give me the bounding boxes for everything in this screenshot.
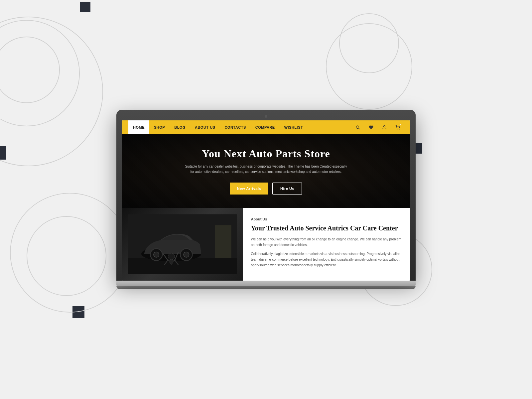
laptop-screen-frame: HOME SHOP BLOG ABOUT US CONTACTS COMPARE…: [116, 110, 416, 281]
svg-point-4: [399, 129, 399, 129]
deco-circle-4: [326, 23, 412, 110]
about-section: About Us Your Trusted Auto Service Autri…: [122, 208, 410, 281]
nav-item-compare[interactable]: COMPARE: [251, 120, 280, 134]
svg-rect-7: [215, 225, 231, 258]
svg-point-12: [184, 252, 189, 257]
deco-circle-6: [10, 193, 130, 313]
main-navigation: HOME SHOP BLOG ABOUT US CONTACTS COMPARE…: [122, 120, 410, 134]
about-title: Your Trusted Auto Service Autrics Car Ca…: [251, 224, 402, 232]
laptop-foot: [116, 286, 416, 289]
search-button[interactable]: [352, 121, 364, 133]
deco-circle-3: [0, 17, 103, 166]
nav-item-wishlist[interactable]: WISHLIST: [280, 120, 308, 134]
cart-button[interactable]: 9: [392, 121, 404, 133]
nav-item-home[interactable]: HOME: [128, 120, 149, 134]
about-content: About Us Your Trusted Auto Service Autri…: [243, 208, 410, 281]
deco-square-4: [72, 306, 84, 318]
hero-content: You Next Auto Parts Store Suitable for a…: [183, 148, 349, 195]
user-icon: [382, 125, 387, 130]
wishlist-button[interactable]: [365, 121, 377, 133]
hire-us-button[interactable]: Hire Us: [272, 183, 302, 195]
svg-point-3: [397, 129, 397, 129]
hero-section: You Next Auto Parts Store Suitable for a…: [122, 134, 410, 208]
laptop-mockup: HOME SHOP BLOG ABOUT US CONTACTS COMPARE…: [116, 110, 416, 289]
hero-buttons: New Arrivals Hire Us: [183, 183, 349, 195]
svg-point-2: [384, 126, 385, 127]
deco-square-1: [80, 2, 90, 12]
about-section-label: About Us: [251, 217, 402, 221]
hero-subtitle: Suitable for any car dealer websites, bu…: [183, 164, 349, 175]
svg-line-1: [359, 128, 360, 129]
deco-circle-1: [0, 20, 80, 126]
website-content: HOME SHOP BLOG ABOUT US CONTACTS COMPARE…: [122, 120, 410, 281]
deco-circle-2: [0, 37, 60, 103]
laptop-camera: [265, 115, 267, 118]
deco-circle-7: [27, 216, 106, 296]
svg-point-10: [154, 252, 159, 257]
deco-circle-5: [339, 13, 399, 73]
about-image: [122, 208, 243, 281]
laptop-base: [116, 281, 416, 286]
hero-title: You Next Auto Parts Store: [183, 148, 349, 160]
laptop-screen: HOME SHOP BLOG ABOUT US CONTACTS COMPARE…: [122, 120, 410, 281]
new-arrivals-button[interactable]: New Arrivals: [230, 183, 268, 195]
nav-utility-icons: 9: [352, 121, 404, 133]
cart-badge: 9: [398, 122, 403, 127]
mechanic-illustration: [128, 211, 237, 277]
nav-items-list: HOME SHOP BLOG ABOUT US CONTACTS COMPARE…: [128, 120, 352, 134]
about-image-inner: [122, 208, 243, 281]
nav-item-about[interactable]: ABOUT US: [190, 120, 220, 134]
heart-icon: [369, 125, 373, 130]
about-text-1: We can help you with everything from an …: [251, 236, 402, 248]
nav-item-shop[interactable]: SHOP: [149, 120, 170, 134]
about-text-2: Collaboratively plagiarize extensible e-…: [251, 251, 402, 268]
account-button[interactable]: [378, 121, 390, 133]
svg-point-0: [356, 126, 359, 128]
nav-item-blog[interactable]: BLOG: [170, 120, 190, 134]
search-icon: [355, 125, 360, 130]
svg-point-13: [168, 253, 175, 260]
deco-square-2: [0, 146, 6, 160]
nav-item-contacts[interactable]: CONTACTS: [220, 120, 250, 134]
